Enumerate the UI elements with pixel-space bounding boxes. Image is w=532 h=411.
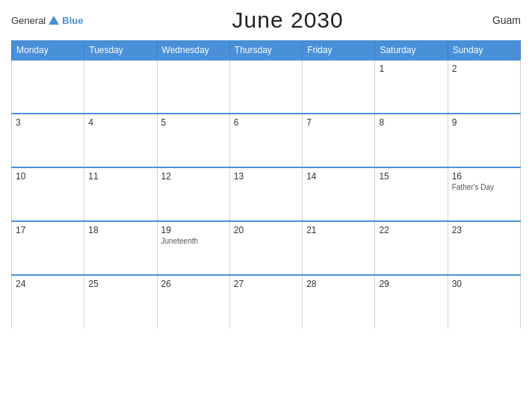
day-number: 5: [161, 117, 226, 128]
calendar-cell: 3: [12, 114, 84, 167]
calendar-week-row: 24252627282930: [12, 275, 521, 329]
day-number: 2: [452, 64, 516, 74]
calendar-cell: 4: [84, 114, 157, 167]
calendar-cell: 22: [375, 221, 448, 275]
day-number: 15: [379, 171, 443, 182]
calendar-cell: 24: [12, 275, 84, 329]
logo-blue: Blue: [62, 15, 83, 26]
day-number: 12: [161, 171, 226, 182]
calendar-cell: [84, 60, 157, 114]
calendar-cell: [157, 60, 229, 114]
calendar-week-row: 171819Juneteenth20212223: [12, 221, 521, 275]
calendar-table: MondayTuesdayWednesdayThursdayFridaySatu…: [11, 40, 521, 329]
calendar-cell: 30: [448, 275, 520, 329]
calendar-cell: 10: [12, 167, 84, 221]
calendar-cell: 15: [375, 167, 448, 221]
weekday-header-sunday: Sunday: [448, 41, 520, 61]
weekday-header-tuesday: Tuesday: [84, 41, 157, 61]
calendar-cell: [12, 60, 84, 114]
calendar-cell: 2: [448, 60, 520, 114]
region-label: Guam: [492, 14, 521, 26]
day-number: 13: [234, 171, 298, 182]
header: General Blue June 2030 Guam: [11, 7, 521, 33]
day-number: 17: [16, 225, 80, 235]
logo-triangle-icon: [49, 16, 59, 25]
weekday-header-thursday: Thursday: [229, 41, 302, 61]
day-number: 20: [234, 225, 298, 235]
day-number: 11: [88, 171, 152, 182]
day-number: 22: [379, 225, 443, 235]
calendar-cell: 27: [229, 275, 302, 329]
calendar-cell: 19Juneteenth: [157, 221, 229, 275]
day-number: 21: [306, 225, 371, 235]
calendar-cell: 9: [448, 114, 520, 167]
day-number: 14: [306, 171, 371, 182]
calendar-title: June 2030: [232, 7, 344, 33]
calendar-week-row: 12: [12, 60, 521, 114]
weekday-header-monday: Monday: [12, 41, 84, 61]
day-number: 6: [234, 117, 298, 128]
calendar-cell: 14: [303, 167, 375, 221]
day-number: 4: [88, 117, 152, 128]
weekday-header-friday: Friday: [303, 41, 375, 61]
day-number: 28: [306, 279, 371, 289]
day-number: 3: [16, 117, 80, 128]
calendar-cell: 25: [84, 275, 157, 329]
logo: General Blue: [11, 13, 83, 27]
day-number: 24: [16, 279, 80, 289]
calendar-cell: [229, 60, 302, 114]
day-number: 26: [161, 279, 226, 289]
day-number: 8: [379, 117, 443, 128]
calendar-cell: 29: [375, 275, 448, 329]
calendar-cell: 8: [375, 114, 448, 167]
day-number: 16: [452, 171, 516, 182]
day-number: 7: [306, 117, 371, 128]
weekday-header-saturday: Saturday: [375, 41, 448, 61]
calendar-page: General Blue June 2030 Guam MondayTuesda…: [0, 0, 532, 411]
day-number: 30: [452, 279, 516, 289]
calendar-cell: 6: [229, 114, 302, 167]
day-number: 10: [16, 171, 80, 182]
logo-general: General: [11, 15, 46, 26]
day-number: 18: [88, 225, 152, 235]
day-number: 1: [379, 64, 443, 74]
day-number: 9: [452, 117, 516, 128]
day-number: 27: [234, 279, 298, 289]
calendar-cell: 7: [303, 114, 375, 167]
calendar-cell: [303, 60, 375, 114]
calendar-cell: 17: [12, 221, 84, 275]
calendar-cell: 11: [84, 167, 157, 221]
calendar-cell: 1: [375, 60, 448, 114]
calendar-cell: 26: [157, 275, 229, 329]
day-number: 23: [452, 225, 516, 235]
event-label: Father's Day: [452, 183, 516, 191]
day-number: 25: [88, 279, 152, 289]
calendar-cell: 13: [229, 167, 302, 221]
weekday-header-wednesday: Wednesday: [157, 41, 229, 61]
day-number: 29: [379, 279, 443, 289]
weekday-header-row: MondayTuesdayWednesdayThursdayFridaySatu…: [12, 41, 521, 61]
calendar-cell: 23: [448, 221, 520, 275]
calendar-cell: 20: [229, 221, 302, 275]
calendar-cell: 5: [157, 114, 229, 167]
calendar-cell: 18: [84, 221, 157, 275]
calendar-week-row: 3456789: [12, 114, 521, 167]
calendar-cell: 28: [303, 275, 375, 329]
day-number: 19: [161, 225, 226, 235]
calendar-cell: 21: [303, 221, 375, 275]
calendar-cell: 16Father's Day: [448, 167, 520, 221]
event-label: Juneteenth: [161, 237, 226, 245]
calendar-week-row: 10111213141516Father's Day: [12, 167, 521, 221]
calendar-cell: 12: [157, 167, 229, 221]
